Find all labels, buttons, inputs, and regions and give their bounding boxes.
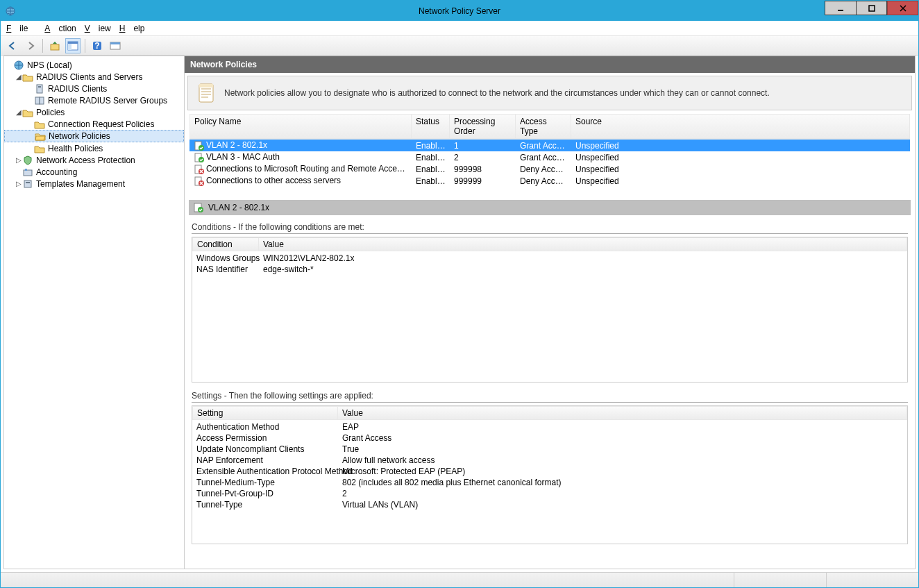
tree-nps-root[interactable]: NPS (Local) [4, 59, 184, 71]
svg-rect-18 [25, 169, 27, 171]
conditions-header[interactable]: Condition Value [192, 237, 907, 251]
up-button[interactable] [47, 38, 62, 53]
menu-help[interactable]: Help [119, 24, 145, 33]
setting-name: Extensible Authentication Protocol Metho… [192, 467, 338, 476]
condition-name: Windows Groups [192, 253, 259, 263]
start-service-button[interactable] [108, 38, 123, 53]
maximize-button[interactable] [856, 1, 887, 15]
setting-row[interactable]: NAP EnforcementAllow full network access [192, 455, 907, 466]
folder-icon [22, 107, 33, 118]
col-policy-name[interactable]: Policy Name [189, 114, 412, 139]
policy-deny-icon [194, 164, 205, 175]
col-value[interactable]: Value [259, 237, 907, 251]
policy-access: Grant Access [516, 153, 571, 162]
col-source[interactable]: Source [571, 114, 910, 139]
setting-row[interactable]: Tunnel-TypeVirtual LANs (VLAN) [192, 499, 907, 510]
policy-order: 999998 [450, 165, 516, 174]
tree-health-policies[interactable]: Health Policies [4, 142, 184, 154]
svg-rect-15 [35, 97, 40, 104]
tree-radius-clients[interactable]: RADIUS Clients [4, 83, 184, 94]
menu-action[interactable]: Action [44, 24, 76, 33]
status-cell [734, 573, 827, 587]
policy-deny-icon [194, 176, 205, 187]
tree-connection-request-policies[interactable]: Connection Request Policies [4, 118, 184, 130]
policy-grant-icon [193, 202, 204, 213]
back-button[interactable] [5, 38, 20, 53]
close-button[interactable] [887, 1, 918, 15]
divider [192, 233, 908, 234]
policy-row[interactable]: VLAN 3 - MAC AuthEnabled2Grant AccessUns… [189, 151, 910, 163]
accounting-icon [22, 167, 33, 178]
folder-icon [34, 119, 45, 130]
setting-row[interactable]: Tunnel-Pvt-Group-ID2 [192, 488, 907, 499]
policy-access: Deny Access [516, 176, 571, 186]
policy-source: Unspecified [571, 165, 910, 174]
col-setting[interactable]: Setting [192, 406, 338, 420]
setting-name: Update Noncompliant Clients [192, 444, 338, 454]
setting-row[interactable]: Access PermissionGrant Access [192, 432, 907, 444]
setting-name: Tunnel-Medium-Type [192, 478, 338, 487]
help-button[interactable]: ? [90, 38, 105, 53]
toolbar: ? [1, 36, 918, 56]
tree-accounting[interactable]: Accounting [4, 166, 184, 178]
settings-header[interactable]: Setting Value [192, 406, 907, 420]
description-text: Network policies allow you to designate … [224, 88, 770, 98]
policy-grant-icon [194, 140, 205, 151]
policy-row[interactable]: Connections to other access serversEnabl… [189, 175, 910, 187]
separator [42, 39, 43, 53]
tree-label: Health Policies [47, 144, 103, 153]
menu-view[interactable]: View [85, 24, 111, 33]
col-access-type[interactable]: Access Type [516, 114, 571, 139]
setting-value: EAP [338, 422, 907, 432]
setting-row[interactable]: Update Noncompliant ClientsTrue [192, 444, 907, 455]
policy-status: Enabled [412, 165, 450, 174]
col-value[interactable]: Value [338, 406, 907, 420]
svg-rect-5 [68, 42, 78, 44]
condition-row[interactable]: NAS Identifieredge-switch-* [192, 264, 907, 275]
console-tree[interactable]: NPS (Local) ◢ RADIUS Clients and Servers… [4, 56, 185, 569]
templates-icon [22, 178, 33, 190]
policy-status: Enabled [412, 153, 450, 162]
tree-nap[interactable]: ▷ Network Access Protection [4, 154, 184, 166]
tree-templates[interactable]: ▷ Templates Management [4, 178, 184, 190]
policies-header[interactable]: Policy Name Status Processing Order Acce… [189, 114, 910, 140]
col-processing-order[interactable]: Processing Order [450, 114, 516, 139]
forward-button[interactable] [23, 38, 38, 53]
collapse-icon[interactable]: ◢ [15, 108, 22, 116]
menu-file[interactable]: File [6, 24, 36, 33]
servers-icon [34, 95, 45, 106]
minimize-button[interactable] [825, 1, 856, 15]
condition-row[interactable]: Windows GroupsWIN2012\VLAN2-802.1x [192, 253, 907, 264]
policy-name: Connections to other access servers [206, 176, 341, 185]
conditions-section: Conditions - If the following conditions… [192, 222, 908, 384]
expand-icon[interactable]: ▷ [15, 180, 22, 187]
setting-row[interactable]: Extensible Authentication Protocol Metho… [192, 466, 907, 477]
policy-row[interactable]: VLAN 2 - 802.1xEnabled1Grant AccessUnspe… [189, 140, 910, 151]
console-tree-button[interactable] [65, 38, 81, 53]
folder-icon [22, 72, 33, 83]
section-title: Network Policies [190, 60, 257, 69]
window-controls [825, 1, 918, 15]
setting-row[interactable]: Authentication MethodEAP [192, 421, 907, 432]
policy-status: Enabled [412, 141, 450, 151]
svg-rect-12 [37, 85, 42, 93]
col-condition[interactable]: Condition [192, 237, 259, 251]
tree-label: Policies [35, 108, 65, 117]
setting-name: Authentication Method [192, 422, 338, 432]
tree-remote-radius-groups[interactable]: Remote RADIUS Server Groups [4, 94, 184, 106]
tree-policies[interactable]: ◢ Policies [4, 106, 184, 118]
tree-radius-clients-servers[interactable]: ◢ RADIUS Clients and Servers [4, 71, 184, 83]
setting-value: True [338, 444, 907, 454]
policy-row[interactable]: Connections to Microsoft Routing and Rem… [189, 163, 910, 175]
status-bar [1, 572, 918, 587]
selected-policy-title: VLAN 2 - 802.1x [208, 203, 269, 212]
title-bar[interactable]: Network Policy Server [1, 1, 918, 21]
settings-table: Setting Value Authentication MethodEAPAc… [192, 405, 908, 544]
setting-row[interactable]: Tunnel-Medium-Type802 (includes all 802 … [192, 477, 907, 488]
tree-network-policies[interactable]: Network Policies [4, 130, 184, 142]
settings-section: Settings - Then the following settings a… [192, 391, 908, 546]
svg-rect-2 [869, 6, 875, 11]
col-status[interactable]: Status [412, 114, 450, 139]
expand-icon[interactable]: ▷ [15, 156, 22, 164]
collapse-icon[interactable]: ◢ [15, 73, 22, 81]
